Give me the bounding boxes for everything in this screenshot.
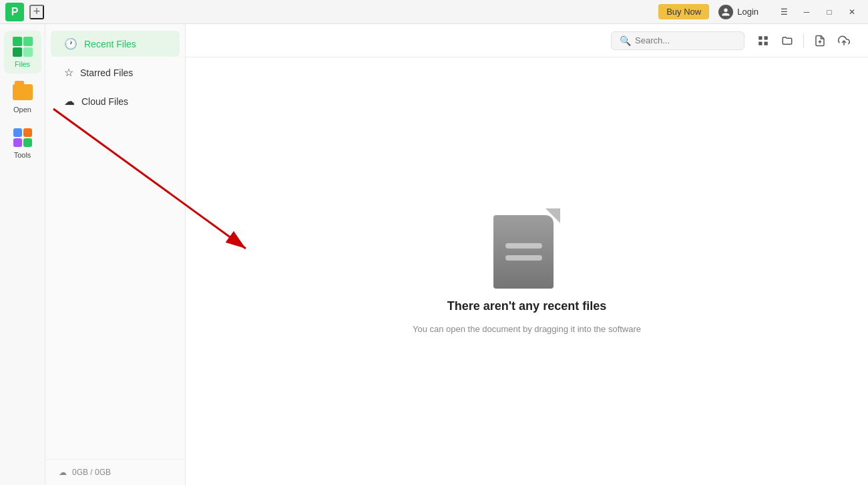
grid-view-button[interactable] xyxy=(752,30,774,51)
upload-button[interactable] xyxy=(833,30,855,51)
toolbar: 🔍 xyxy=(186,24,868,57)
titlebar-left: P + xyxy=(5,3,44,21)
folder-button[interactable] xyxy=(777,30,798,51)
empty-subtitle: You can open the document by dragging it… xyxy=(413,324,641,334)
starred-files-icon: ☆ xyxy=(64,66,73,79)
titlebar-right: Buy Now Login ☰ ─ □ ✕ xyxy=(658,2,863,22)
window-controls: ☰ ─ □ ✕ xyxy=(773,3,863,21)
search-box[interactable]: 🔍 xyxy=(611,31,744,50)
files-icon xyxy=(12,36,33,57)
empty-file-illustration xyxy=(493,208,560,289)
svg-rect-0 xyxy=(758,36,762,39)
recent-files-label: Recent Files xyxy=(84,39,136,49)
sidebar-item-tools[interactable]: Tools xyxy=(4,122,41,164)
login-avatar xyxy=(718,5,733,19)
tools-icon xyxy=(12,127,33,148)
svg-rect-3 xyxy=(765,41,768,45)
recent-files-icon: 🕐 xyxy=(64,37,77,50)
file-line-2 xyxy=(505,255,542,261)
svg-rect-1 xyxy=(765,36,768,39)
storage-label: 0GB / 0GB xyxy=(72,468,111,477)
search-icon: 🔍 xyxy=(620,35,631,46)
starred-files-label: Starred Files xyxy=(80,67,133,78)
minimize-button[interactable]: ─ xyxy=(796,3,817,21)
titlebar: P + Buy Now Login ☰ ─ □ ✕ xyxy=(0,0,868,24)
open-icon xyxy=(12,82,33,103)
files-label: Files xyxy=(15,60,30,68)
sidebar-footer: ☁ 0GB / 0GB xyxy=(45,459,185,485)
sidebar-item-open[interactable]: Open xyxy=(4,76,41,119)
add-tab-button[interactable]: + xyxy=(29,5,44,19)
open-label: Open xyxy=(13,106,31,114)
login-button[interactable]: Login xyxy=(712,2,765,22)
new-file-button[interactable] xyxy=(809,30,831,51)
toolbar-actions xyxy=(752,30,855,51)
svg-rect-2 xyxy=(758,41,762,45)
icon-sidebar: Files Open Tools xyxy=(0,24,45,485)
login-label: Login xyxy=(737,7,758,17)
empty-title: There aren't any recent files xyxy=(447,299,606,313)
toolbar-divider-1 xyxy=(803,33,804,48)
maximize-button[interactable]: □ xyxy=(819,3,840,21)
cloud-files-icon: ☁ xyxy=(64,95,75,108)
file-line-1 xyxy=(505,243,542,249)
cloud-files-label: Cloud Files xyxy=(81,96,128,107)
empty-state: There aren't any recent files You can op… xyxy=(186,57,868,485)
app-logo: P xyxy=(5,3,24,21)
close-button[interactable]: ✕ xyxy=(841,3,863,21)
storage-icon: ☁ xyxy=(59,468,67,477)
app-body: Files Open Tools 🕐 Re xyxy=(0,24,868,485)
main-content: 🔍 xyxy=(186,24,868,485)
nav-starred-files[interactable]: ☆ Starred Files xyxy=(51,59,180,86)
file-body xyxy=(493,215,554,289)
secondary-sidebar: 🕐 Recent Files ☆ Starred Files ☁ Cloud F… xyxy=(45,24,186,485)
sidebar-item-files[interactable]: Files xyxy=(4,31,41,73)
search-input[interactable] xyxy=(635,35,728,45)
nav-cloud-files[interactable]: ☁ Cloud Files xyxy=(51,88,180,114)
nav-recent-files[interactable]: 🕐 Recent Files xyxy=(51,31,180,57)
buy-now-button[interactable]: Buy Now xyxy=(658,4,709,19)
menu-button[interactable]: ☰ xyxy=(773,3,795,21)
tools-label: Tools xyxy=(14,151,31,159)
